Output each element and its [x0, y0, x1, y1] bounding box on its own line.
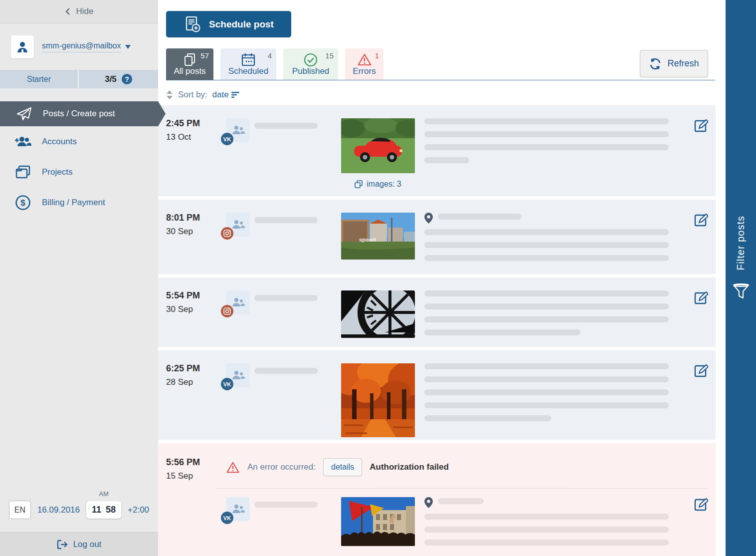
avatar — [11, 35, 34, 58]
logout-button[interactable]: Log out — [0, 532, 158, 556]
edit-icon — [693, 213, 708, 228]
user-icon — [15, 40, 29, 54]
language-button[interactable]: EN — [9, 501, 31, 519]
account-name-placeholder — [254, 502, 318, 508]
account-name-placeholder — [254, 217, 318, 223]
hide-sidebar-button[interactable]: Hide — [0, 0, 158, 23]
text-placeholder — [424, 157, 469, 163]
sidebar-item-billing[interactable]: $ Billing / Payment — [0, 187, 158, 218]
error-details-button[interactable]: details — [323, 458, 362, 476]
edit-post-button[interactable] — [693, 363, 708, 380]
sidebar-item-label: Billing / Payment — [42, 198, 105, 208]
post-time: 5:54 PM — [166, 290, 226, 301]
projects-icon — [13, 165, 33, 179]
images-count-label: images: 3 — [367, 180, 401, 189]
plan-row: Starter 3/5 ? — [0, 70, 158, 88]
text-placeholder — [424, 316, 669, 322]
svg-text:spoort: spoort — [359, 237, 377, 243]
text-placeholder — [424, 363, 669, 369]
tab-errors[interactable]: 1 Errors — [345, 48, 383, 80]
tab-scheduled[interactable]: 4 Scheduled — [220, 48, 276, 80]
account-name-placeholder — [254, 295, 318, 301]
billing-icon: $ — [13, 195, 33, 211]
error-occurred-label: An error occurred: — [247, 462, 316, 472]
account-avatar-placeholder: VK — [226, 118, 250, 142]
warning-icon — [226, 461, 240, 474]
paper-plane-icon — [14, 106, 34, 121]
post-image-clock[interactable] — [341, 290, 415, 338]
account-menu[interactable]: smm-genius@mailbox — [42, 41, 131, 52]
account-avatar-placeholder — [226, 290, 250, 314]
funnel-icon — [733, 283, 750, 301]
tab-label: Errors — [345, 66, 383, 76]
location-placeholder — [438, 214, 522, 220]
schedule-post-button[interactable]: Schedule post — [166, 11, 291, 37]
text-placeholder — [424, 118, 669, 124]
sidebar-item-label: Accounts — [42, 137, 77, 147]
post-row-error: 5:56 PM 15 Sep An error occurred: detail… — [158, 443, 716, 556]
time-display[interactable]: AM 11 58 — [86, 501, 121, 519]
text-placeholder — [424, 131, 669, 137]
logout-label: Log out — [73, 540, 102, 550]
account-email: smm-genius@mailbox — [42, 41, 121, 52]
images-count-link[interactable]: images: 3 — [341, 180, 415, 189]
help-icon[interactable]: ? — [122, 74, 132, 84]
time-hour: 11 — [92, 505, 101, 515]
vk-icon: VK — [221, 512, 233, 524]
people-icon — [230, 296, 245, 308]
chevron-left-icon — [65, 7, 70, 15]
usage-indicator: 3/5 ? — [79, 70, 158, 88]
post-list: 2:45 PM 13 Oct VK — [158, 105, 716, 556]
text-placeholder — [424, 389, 669, 395]
edit-post-button[interactable] — [693, 213, 708, 230]
account-avatar-placeholder: VK — [226, 497, 250, 521]
edit-icon — [693, 363, 708, 378]
sidebar-item-projects[interactable]: Projects — [0, 157, 158, 187]
text-placeholder — [424, 376, 669, 382]
account-avatar-placeholder — [226, 213, 250, 237]
text-placeholder — [424, 255, 669, 261]
text-placeholder — [424, 402, 669, 408]
logout-icon — [57, 540, 68, 550]
post-date: 15 Sep — [166, 471, 226, 481]
edit-post-button[interactable] — [693, 118, 708, 135]
tab-label: Published — [283, 66, 338, 76]
post-image-car[interactable] — [341, 118, 415, 173]
edit-post-button[interactable] — [693, 290, 708, 307]
tab-all-posts[interactable]: 57 All posts — [166, 48, 213, 80]
tabs-divider — [166, 80, 715, 80]
sidebar-footer: EN 16.09.2016 AM 11 58 +2:00 — [0, 501, 158, 519]
sidebar-item-accounts[interactable]: Accounts — [0, 126, 158, 157]
images-icon — [355, 180, 363, 188]
post-time: 8:01 PM — [166, 213, 226, 223]
tab-label: All posts — [166, 66, 213, 76]
sidebar-nav: Posts / Create post Accounts — [0, 101, 158, 218]
plan-badge[interactable]: Starter — [0, 70, 79, 88]
edit-icon — [693, 290, 708, 305]
edit-post-button[interactable] — [693, 497, 708, 514]
post-image-buildings[interactable]: spoort — [341, 213, 415, 260]
sidebar-item-posts[interactable]: Posts / Create post — [0, 101, 158, 126]
text-placeholder — [424, 329, 580, 335]
check-circle-icon — [283, 53, 338, 67]
account-avatar-placeholder: VK — [226, 363, 250, 387]
location-icon — [424, 213, 433, 224]
tab-published[interactable]: 15 Published — [283, 48, 338, 80]
svg-text:VK: VK — [223, 136, 231, 142]
post-image-autumn[interactable] — [341, 363, 415, 437]
sort-by-label: Sort by: — [178, 90, 207, 100]
plan-label: Starter — [27, 75, 51, 84]
sort-value-select[interactable]: date — [212, 90, 240, 100]
text-placeholder — [424, 144, 669, 150]
post-date: 30 Sep — [166, 304, 226, 314]
text-placeholder — [424, 527, 669, 533]
sidebar: Hide smm-genius@mailbox Starter 3/5 ? — [0, 0, 158, 556]
location-placeholder — [438, 498, 484, 504]
refresh-button[interactable]: Refresh — [640, 50, 708, 77]
post-image-protest[interactable] — [341, 497, 415, 546]
hide-label: Hide — [76, 6, 94, 16]
edit-icon — [693, 497, 708, 512]
filter-posts-panel[interactable]: Filter posts — [726, 0, 756, 556]
text-placeholder — [424, 303, 669, 309]
text-placeholder — [424, 415, 551, 421]
